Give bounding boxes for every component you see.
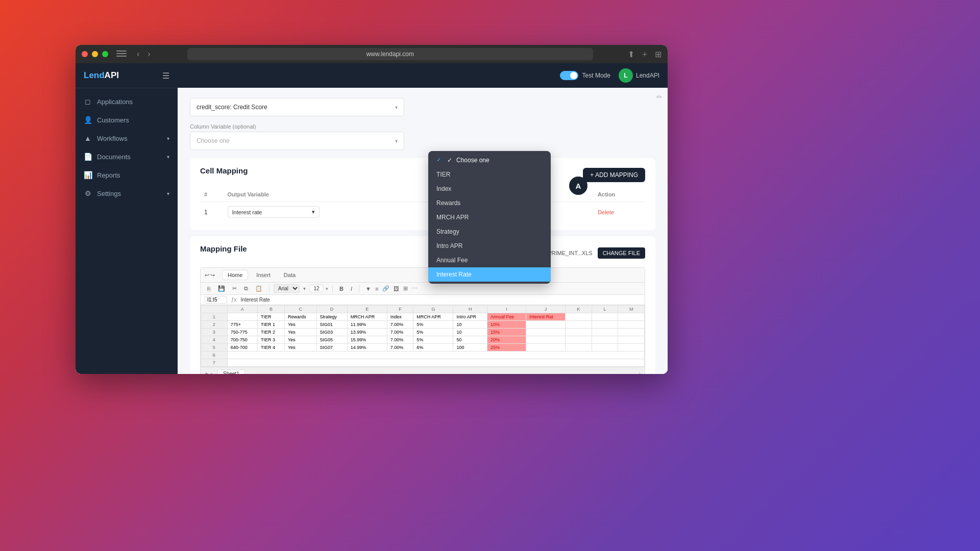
share-icon[interactable]: ⬆: [628, 49, 634, 59]
cell-a5[interactable]: 640-700: [227, 344, 257, 352]
cell-m4[interactable]: [618, 336, 645, 344]
test-mode-switch[interactable]: [560, 71, 578, 80]
cell-m1[interactable]: [618, 313, 645, 321]
cell-l5[interactable]: [592, 344, 618, 352]
cell-d1[interactable]: Strategy: [316, 313, 347, 321]
excel-header-dropdown[interactable]: ✓ Choose one TIER Index: [428, 151, 551, 284]
cell-j3[interactable]: [526, 329, 566, 336]
cell-e5[interactable]: 14.99%: [347, 344, 387, 352]
italic-button[interactable]: I: [348, 285, 355, 293]
dropdown-item-choose-one[interactable]: ✓ Choose one: [428, 153, 551, 167]
tab-insert[interactable]: Insert: [251, 270, 276, 280]
col-f[interactable]: F: [387, 306, 413, 313]
cell-b5[interactable]: TIER 4: [258, 344, 285, 352]
cell-k2[interactable]: [566, 321, 592, 329]
col-m[interactable]: M: [618, 306, 645, 313]
col-g[interactable]: G: [413, 306, 453, 313]
sidebar-item-applications[interactable]: ◻ Applications: [76, 92, 178, 111]
cell-f5[interactable]: 7.00%: [387, 344, 413, 352]
formula-input[interactable]: Interest Rate: [241, 297, 641, 303]
forward-button[interactable]: ›: [145, 48, 152, 60]
cell-i2[interactable]: 10%: [487, 321, 526, 329]
ss-save-icon[interactable]: 💾: [215, 284, 228, 293]
ss-paste-icon[interactable]: 📋: [253, 284, 265, 293]
cell-j1[interactable]: Interest Rat: [526, 313, 566, 321]
cell-c5[interactable]: Yes: [284, 344, 316, 352]
ss-undo-icon[interactable]: ↩: [205, 272, 209, 279]
cell-icon[interactable]: ⊞: [403, 285, 408, 292]
cell-h3[interactable]: 10: [453, 329, 487, 336]
sidebar-item-documents[interactable]: 📄 Documents ▾: [76, 147, 178, 166]
new-tab-icon[interactable]: ＋: [641, 49, 649, 60]
sidebar-item-customers[interactable]: 👤 Customers: [76, 111, 178, 129]
cell-m2[interactable]: [618, 321, 645, 329]
cell-k1[interactable]: [566, 313, 592, 321]
cell-m5[interactable]: [618, 344, 645, 352]
cell-h1[interactable]: Intro APR: [453, 313, 487, 321]
sort-icon[interactable]: ≡: [375, 286, 378, 292]
row-variable-select[interactable]: credit_score: Credit Score ▾: [190, 98, 404, 116]
font-family-select[interactable]: Arial: [274, 284, 300, 293]
cell-g5[interactable]: 6%: [413, 344, 453, 352]
cell-e2[interactable]: 11.99%: [347, 321, 387, 329]
cell-a4[interactable]: 700-750: [227, 336, 257, 344]
cell-f3[interactable]: 7.00%: [387, 329, 413, 336]
cell-k5[interactable]: [566, 344, 592, 352]
sidebar-item-reports[interactable]: 📊 Reports: [76, 166, 178, 184]
cell-l2[interactable]: [592, 321, 618, 329]
cell-c1[interactable]: Rewards: [284, 313, 316, 321]
cell-j2[interactable]: [526, 321, 566, 329]
cell-l1[interactable]: [592, 313, 618, 321]
ss-redo-icon[interactable]: ↪: [210, 272, 215, 279]
sidebar-toggle-icon[interactable]: [116, 51, 127, 58]
dropdown-item-annual-fee[interactable]: Annual Fee: [428, 253, 551, 267]
cell-l3[interactable]: [592, 329, 618, 336]
col-a[interactable]: A: [227, 306, 257, 313]
cell-d4[interactable]: SIG05: [316, 336, 347, 344]
cell-m3[interactable]: [618, 329, 645, 336]
col-i[interactable]: I: [487, 306, 526, 313]
cell-i3[interactable]: 15%: [487, 329, 526, 336]
sheet-nav-prev-icon[interactable]: ‹: [210, 370, 212, 374]
extensions-icon[interactable]: ⊞: [655, 49, 662, 59]
cell-c2[interactable]: Yes: [284, 321, 316, 329]
sheet-nav-left-icon[interactable]: +: [205, 370, 208, 374]
ss-cut-icon[interactable]: ✂: [230, 284, 239, 293]
back-button[interactable]: ‹: [135, 48, 141, 60]
col-j[interactable]: J: [526, 306, 566, 313]
cell-c3[interactable]: Yes: [284, 329, 316, 336]
cell-i1[interactable]: Annual Fee: [487, 313, 526, 321]
filter-icon[interactable]: ▼: [365, 286, 371, 292]
cell-reference-input[interactable]: [205, 296, 227, 304]
cell-l4[interactable]: [592, 336, 618, 344]
cell-k3[interactable]: [566, 329, 592, 336]
cell-j5[interactable]: [526, 344, 566, 352]
column-variable-select[interactable]: Choose one ▾: [190, 132, 404, 150]
maximize-button[interactable]: [102, 51, 108, 57]
cell-d3[interactable]: SIG03: [316, 329, 347, 336]
cell-k4[interactable]: [566, 336, 592, 344]
cell-f2[interactable]: 7.00%: [387, 321, 413, 329]
sheet-nav-right-icon[interactable]: ›: [639, 371, 641, 374]
more-options-icon[interactable]: ⋯: [412, 285, 418, 292]
cell-d5[interactable]: SIG07: [316, 344, 347, 352]
dropdown-item-intro-apr[interactable]: Intro APR: [428, 239, 551, 253]
col-k[interactable]: K: [566, 306, 592, 313]
cell-j4[interactable]: [526, 336, 566, 344]
test-mode-toggle[interactable]: Test Mode: [560, 71, 610, 80]
cell-a3[interactable]: 750-775: [227, 329, 257, 336]
cell-h2[interactable]: 10: [453, 321, 487, 329]
cell-g3[interactable]: 5%: [413, 329, 453, 336]
close-button[interactable]: [82, 51, 88, 57]
add-mapping-button[interactable]: + ADD MAPPING: [583, 168, 645, 182]
output-variable-select[interactable]: Interest rate ▾: [228, 206, 320, 218]
sidebar-item-workflows[interactable]: ▲ Workflows ▾: [76, 129, 178, 147]
spreadsheet-grid[interactable]: A B C D E F G H I J: [201, 305, 645, 367]
dropdown-item-rewards[interactable]: Rewards: [428, 196, 551, 210]
col-h[interactable]: H: [453, 306, 487, 313]
minimize-button[interactable]: [92, 51, 98, 57]
cell-b1[interactable]: TIER: [258, 313, 285, 321]
bold-button[interactable]: B: [337, 285, 346, 293]
cell-b3[interactable]: TIER 2: [258, 329, 285, 336]
ss-copy2-icon[interactable]: ⧉: [241, 284, 251, 293]
